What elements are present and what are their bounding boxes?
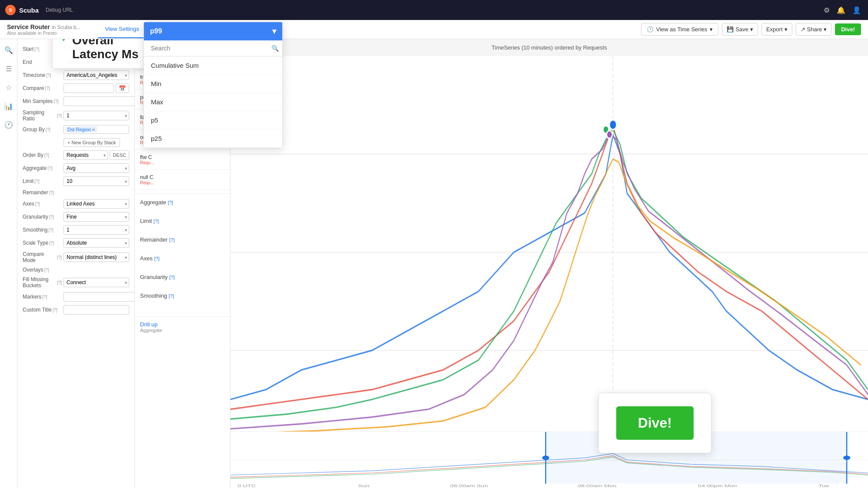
limit-help[interactable]: [?]	[34, 179, 39, 184]
dive-button-top[interactable]: Dive!	[835, 23, 861, 35]
compare-mode-wrap: Normal (distinct lines) ▾	[63, 252, 129, 262]
icon-sidebar: 🔍 ☰ ☆ 📊 🕐	[0, 39, 17, 488]
sidebar-menu-icon[interactable]: ☰	[4, 63, 13, 75]
axes-help[interactable]: [?]	[35, 202, 40, 206]
debug-url[interactable]: Debug URL	[46, 7, 73, 13]
sampling-ratio-label: Sampling Ratio [?]	[23, 110, 62, 122]
aggregate-row: Aggregate [?] Avg ▾	[23, 163, 129, 173]
limit-row: Limit [?] 10 ▾	[23, 176, 129, 186]
service-name: Service Router in Scuba b...	[7, 23, 80, 30]
sidebar-search-icon[interactable]: 🔍	[3, 44, 15, 56]
dive-popup-button[interactable]: Dive!	[616, 406, 694, 440]
save-button[interactable]: 💾 Save ▾	[722, 23, 758, 36]
timezone-help[interactable]: [?]	[46, 73, 51, 78]
sidebar-star-icon[interactable]: ☆	[4, 82, 13, 93]
granularity-help[interactable]: [?]	[49, 215, 54, 219]
notifications-icon[interactable]: 🔔	[835, 4, 847, 16]
group-by-input[interactable]: Dst Region ✕	[63, 125, 129, 134]
group-by-label: Group By [?]	[23, 126, 62, 133]
min-samples-input[interactable]	[64, 97, 134, 106]
fill-missing-select[interactable]: Connect	[64, 278, 123, 287]
compare-input[interactable]	[63, 83, 114, 93]
aggregate-dropdown-arrow[interactable]: ▾	[272, 27, 276, 36]
min-samples-help[interactable]: [?]	[53, 99, 58, 104]
smoothing-help[interactable]: [?]	[48, 228, 53, 232]
axes-select[interactable]: Linked Axes	[64, 199, 123, 208]
order-by-wrap: Requests ▾ DESC	[63, 150, 129, 160]
sidebar-clock-icon[interactable]: 🕐	[3, 119, 15, 131]
sub-nav: Service Router in Scuba b... Also availa…	[0, 20, 868, 39]
view-time-series-button[interactable]: 🕐 View as Time Series ▾	[641, 23, 719, 36]
drill-up-section: Drill up Aggregate	[135, 316, 230, 337]
limit-select[interactable]: 10	[64, 177, 123, 186]
aggregate-option-cumulative-sum[interactable]: Cumulative Sum	[144, 56, 282, 75]
overlays-help[interactable]: [?]	[44, 268, 49, 272]
aggregate-option-min[interactable]: Min	[144, 75, 282, 93]
custom-title-input[interactable]	[63, 305, 129, 315]
aggregate-option-max[interactable]: Max	[144, 93, 282, 111]
scale-type-select[interactable]: Absolute	[64, 239, 123, 247]
group-by-help[interactable]: [?]	[46, 127, 50, 132]
scale-type-help[interactable]: [?]	[49, 241, 54, 246]
service-sub: Also available in Presto	[7, 30, 80, 36]
chart-title: TimeSeries (10 minutes) ordered by Reque…	[230, 39, 868, 56]
sidebar-chart-icon[interactable]: 📊	[3, 100, 15, 112]
settings-icon[interactable]: ⚙	[822, 4, 831, 16]
smoothing-select[interactable]: 1	[64, 226, 123, 234]
new-group-stack-button[interactable]: + New Group By Stack	[63, 138, 120, 147]
markers-help[interactable]: [?]	[42, 295, 47, 299]
aggregate-option-p5[interactable]: p5	[144, 111, 282, 129]
compare-mode-help[interactable]: [?]	[57, 255, 62, 260]
chart-upper: TimeSeries (10 minutes) ordered by Reque…	[230, 39, 868, 432]
logo-area: S Scuba	[5, 5, 39, 15]
user-icon[interactable]: 👤	[851, 4, 863, 16]
start-help[interactable]: [?]	[34, 47, 39, 52]
fill-missing-label: Fill Missing Buckets [?]	[23, 276, 62, 289]
compare-help[interactable]: [?]	[45, 86, 50, 91]
tab-view-settings[interactable]: View Settings	[98, 20, 146, 38]
remainder-label-left: Remainder [?]	[140, 236, 225, 243]
order-by-help[interactable]: [?]	[44, 153, 49, 158]
scuba-logo: S	[5, 5, 16, 15]
export-button[interactable]: Export ▾	[761, 23, 792, 36]
aggregate-option-p25[interactable]: p25	[144, 129, 282, 148]
aggregate-selected: p99	[150, 27, 162, 35]
order-by-select[interactable]: Requests	[64, 151, 102, 159]
custom-title-label: Custom Title [?]	[23, 307, 62, 313]
svg-text:Sun: Sun	[358, 484, 369, 488]
drill-up-link[interactable]: Drill up	[140, 321, 225, 328]
scale-type-select-wrap: Absolute ▾	[63, 238, 129, 248]
aggregate-select-wrap: Avg ▾	[63, 163, 129, 173]
sampling-ratio-help[interactable]: [?]	[57, 113, 62, 118]
aggregate-help[interactable]: [?]	[47, 166, 52, 171]
remainder-help[interactable]: [?]	[49, 190, 54, 195]
tag-remove-icon[interactable]: ✕	[92, 127, 95, 132]
share-button[interactable]: ↗ Share ▾	[796, 23, 832, 36]
fill-missing-help[interactable]: [?]	[57, 280, 62, 285]
svg-point-5	[609, 120, 616, 130]
agg-label: Aggregate [?]	[140, 199, 225, 206]
markers-input[interactable]	[64, 292, 134, 301]
custom-title-help[interactable]: [?]	[53, 308, 57, 312]
scale-type-row: Scale Type [?] Absolute ▾	[23, 238, 129, 248]
compare-mode-row: Compare Mode [?] Normal (distinct lines)…	[23, 251, 129, 263]
settings-panel: Start [?] End Timezone [?] America/Los_	[17, 39, 135, 488]
axes-row: Axes [?] Linked Axes ▾	[23, 199, 129, 209]
aggregate-panel: p99 ▾ 🔍 Cumulative Sum Min Max p5 p25	[144, 22, 283, 148]
axes-label: Axes [?]	[23, 201, 62, 207]
limit-select-wrap: 10 ▾	[63, 176, 129, 186]
compare-mode-select[interactable]: Normal (distinct lines)	[64, 253, 123, 262]
timezone-select-wrap: America/Los_Angeles ▾	[63, 70, 129, 80]
chart-lower: 0 UTC Sun 08:00am Sun 08:00am Mon 04:00p…	[230, 432, 868, 488]
compare-calendar-icon[interactable]: 📅	[116, 83, 129, 93]
timezone-select[interactable]: America/Los_Angeles	[64, 71, 123, 80]
aggregate-search-input[interactable]	[147, 40, 271, 56]
fill-missing-row: Fill Missing Buckets [?] Connect ▾	[23, 276, 129, 289]
aggregate-select[interactable]: Avg	[64, 164, 123, 173]
timezone-label: Timezone [?]	[23, 72, 62, 78]
order-by-row: Order By [?] Requests ▾ DESC	[23, 150, 129, 160]
remainder-row: Remainder [?]	[23, 189, 129, 196]
order-dir-button[interactable]: DESC	[110, 150, 129, 160]
granularity-select[interactable]: Fine	[64, 212, 123, 221]
sampling-ratio-select[interactable]: 1	[64, 111, 123, 120]
